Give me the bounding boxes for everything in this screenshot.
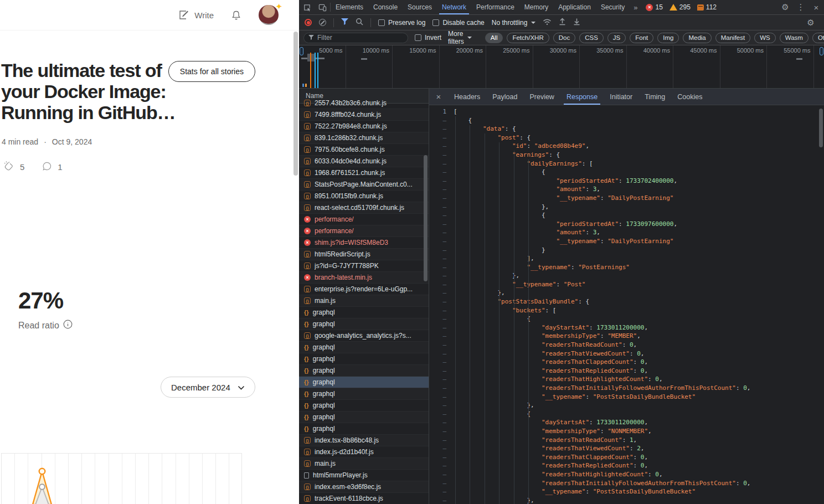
throttling-dropdown[interactable]: No throttling (492, 19, 536, 27)
request-row[interactable]: {}6033.04dc0e4d.chunk.js (299, 156, 429, 167)
export-har-icon[interactable] (573, 18, 580, 27)
settings-gear-icon[interactable]: ⚙ (777, 2, 793, 12)
close-detail-icon[interactable]: × (429, 89, 448, 105)
filter-type-img[interactable]: Img (657, 33, 679, 43)
request-row[interactable]: ×branch-latest.min.js (299, 272, 429, 284)
filter-input[interactable] (317, 34, 403, 42)
request-row[interactable]: {}graphql (299, 353, 429, 365)
request-row[interactable]: ×performance/ (299, 225, 429, 237)
request-row[interactable]: {}StatsPostPage.MainContent.c0... (299, 179, 429, 191)
request-row[interactable]: {}trackEvent-6118cbce.js (299, 493, 429, 504)
filter-type-ws[interactable]: WS (754, 33, 776, 43)
overview-right-handle[interactable] (820, 47, 823, 55)
filter-type-css[interactable]: CSS (579, 33, 604, 43)
request-row[interactable]: {}enterprise.js?render=6Le-uGgp... (299, 284, 429, 295)
request-row[interactable]: {}main.js (299, 295, 429, 307)
devtools-tab-performance[interactable]: Performance (471, 0, 519, 14)
request-row[interactable]: {}js?id=G-7JY7T788PK (299, 260, 429, 272)
notifications-bell-icon[interactable] (230, 9, 242, 21)
request-row[interactable]: {}index.esm-e3d6f8ec.js (299, 481, 429, 493)
response-scrollbar[interactable] (819, 109, 823, 147)
filter-funnel-icon[interactable] (341, 18, 348, 27)
request-row[interactable]: {}graphql (299, 412, 429, 423)
response-tab-preview[interactable]: Preview (523, 89, 560, 105)
request-row[interactable]: ×performance/ (299, 214, 429, 225)
response-tab-response[interactable]: Response (560, 89, 604, 105)
request-row[interactable]: ×shim.js?id=WISfSM8eD3 (299, 237, 429, 249)
network-settings-gear-icon[interactable]: ⚙ (803, 18, 818, 28)
filter-type-doc[interactable]: Doc (553, 33, 575, 43)
disable-cache-checkbox[interactable]: Disable cache (432, 19, 484, 27)
import-har-icon[interactable] (559, 18, 566, 27)
response-tab-timing[interactable]: Timing (638, 89, 671, 105)
filter-type-wasm[interactable]: Wasm (780, 33, 808, 43)
devtools-tab-elements[interactable]: Elements (331, 0, 368, 14)
request-row[interactable]: {}839.1c286b32.chunk.js (299, 132, 429, 144)
request-row[interactable]: {}2557.43b2b3c6.chunk.js (299, 97, 429, 109)
filter-type-fetch-xhr[interactable]: Fetch/XHR (507, 33, 549, 43)
request-row[interactable]: {}1968.6f761521.chunk.js (299, 167, 429, 179)
devtools-tab-console[interactable]: Console (368, 0, 403, 14)
request-row[interactable]: {}graphql (299, 365, 429, 377)
response-body-json[interactable]: 1[– {– "data": {– "post": {– "id": "adbc… (429, 105, 824, 504)
response-tab-cookies[interactable]: Cookies (671, 89, 708, 105)
request-row[interactable]: {}7499.8fffb024.chunk.js (299, 109, 429, 121)
preserve-log-checkbox[interactable]: Preserve log (378, 19, 425, 27)
claps-icon[interactable] (2, 160, 15, 174)
devtools-tab-network[interactable]: Network (437, 0, 471, 14)
request-row[interactable]: {}graphql (299, 423, 429, 435)
request-row[interactable]: {}graphql (299, 388, 429, 400)
request-row[interactable]: {}html5RedirScript.js (299, 249, 429, 260)
filter-type-js[interactable]: JS (607, 33, 626, 43)
warnings-badge[interactable]: 295 (669, 3, 691, 11)
device-toolbar-icon[interactable] (315, 0, 330, 14)
filter-type-media[interactable]: Media (683, 33, 711, 43)
kebab-menu-icon[interactable]: ⋮ (793, 2, 808, 12)
request-row[interactable]: {}graphql (299, 377, 429, 388)
request-row[interactable]: {}8951.00f15fb9.chunk.js (299, 191, 429, 202)
devtools-tab-sources[interactable]: Sources (403, 0, 437, 14)
request-row[interactable]: {}graphql (299, 400, 429, 412)
close-devtools-icon[interactable]: × (808, 3, 824, 12)
filter-type-font[interactable]: Font (630, 33, 653, 43)
request-row[interactable]: {}7975.60bcefe8.chunk.js (299, 144, 429, 156)
search-icon[interactable] (356, 18, 363, 27)
request-row[interactable]: {}graphql (299, 342, 429, 353)
request-row[interactable]: {}react-select.cd51709f.chunk.js (299, 202, 429, 214)
month-selector-dropdown[interactable]: December 2024 (161, 377, 255, 398)
daily-stats-chart[interactable] (1, 453, 242, 504)
medium-scrollbar[interactable] (293, 32, 298, 176)
request-row[interactable]: {}7522.27b984e8.chunk.js (299, 121, 429, 132)
response-tab-payload[interactable]: Payload (486, 89, 523, 105)
devtools-tab-security[interactable]: Security (596, 0, 630, 14)
responses-count[interactable]: 1 (58, 162, 62, 172)
record-network-log-button[interactable] (305, 19, 312, 26)
more-filters-dropdown[interactable]: More filters (448, 30, 472, 45)
request-row[interactable]: html5mmrPlayer.js (299, 470, 429, 481)
filter-type-other[interactable]: Other (812, 33, 824, 43)
request-row[interactable]: {}graphql (299, 307, 429, 318)
filter-input-box[interactable] (303, 33, 408, 43)
write-button[interactable]: Write (178, 9, 214, 20)
devtools-tab-memory[interactable]: Memory (519, 0, 553, 14)
request-row[interactable]: {}index.js-d2d1b40f.js (299, 446, 429, 458)
request-row[interactable]: {}graphql (299, 318, 429, 330)
info-icon[interactable] (63, 320, 73, 331)
inspect-element-icon[interactable] (299, 0, 315, 14)
request-list-scrollbar[interactable] (424, 155, 428, 281)
more-tabs-button[interactable]: » (630, 0, 641, 14)
request-row[interactable]: {}google-analytics_analytics.js?s... (299, 330, 429, 342)
network-conditions-icon[interactable] (543, 18, 552, 27)
overview-left-handle[interactable] (300, 47, 303, 55)
response-tab-initiator[interactable]: Initiator (604, 89, 638, 105)
clear-network-log-button[interactable] (319, 19, 326, 26)
request-row[interactable]: {}main.js (299, 458, 429, 470)
filter-type-all[interactable]: All (485, 33, 503, 43)
devtools-tab-application[interactable]: Application (553, 0, 596, 14)
invert-checkbox[interactable]: Invert (415, 34, 441, 42)
filter-type-manifest[interactable]: Manifest (715, 33, 750, 43)
stats-for-all-stories-button[interactable]: Stats for all stories (168, 61, 255, 82)
network-overview-timeline[interactable]: 5000 ms10000 ms15000 ms20000 ms25000 ms3… (299, 45, 824, 89)
claps-count[interactable]: 5 (20, 162, 24, 172)
errors-badge[interactable]: × 15 (646, 3, 662, 11)
